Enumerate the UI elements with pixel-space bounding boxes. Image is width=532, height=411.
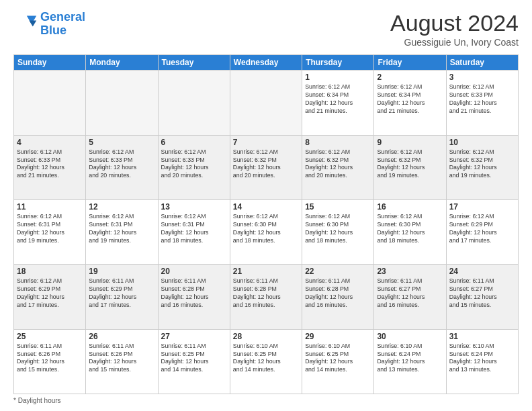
- day-number: 3: [449, 73, 515, 82]
- logo-line2: Blue: [40, 24, 66, 37]
- day-info: Sunrise: 6:12 AM Sunset: 6:32 PM Dayligh…: [377, 148, 443, 181]
- logo-text: General Blue: [40, 11, 85, 38]
- calendar-cell: 31Sunrise: 6:10 AM Sunset: 6:24 PM Dayli…: [446, 329, 518, 394]
- day-number: 24: [449, 267, 515, 276]
- weekday-header: Monday: [86, 55, 158, 71]
- calendar-cell: 19Sunrise: 6:11 AM Sunset: 6:29 PM Dayli…: [86, 265, 158, 329]
- day-info: Sunrise: 6:11 AM Sunset: 6:27 PM Dayligh…: [377, 277, 443, 310]
- day-info: Sunrise: 6:10 AM Sunset: 6:24 PM Dayligh…: [449, 342, 515, 375]
- day-number: 17: [449, 202, 515, 212]
- day-number: 22: [305, 267, 371, 276]
- footer-note: * Daylight hours: [13, 397, 519, 404]
- calendar-week-row: 25Sunrise: 6:11 AM Sunset: 6:26 PM Dayli…: [14, 329, 519, 394]
- day-info: Sunrise: 6:12 AM Sunset: 6:30 PM Dayligh…: [377, 213, 443, 245]
- day-number: 30: [377, 332, 443, 341]
- day-number: 10: [449, 138, 515, 147]
- day-info: Sunrise: 6:11 AM Sunset: 6:28 PM Dayligh…: [161, 277, 227, 310]
- calendar-cell: 28Sunrise: 6:10 AM Sunset: 6:25 PM Dayli…: [230, 329, 302, 394]
- calendar-cell: 12Sunrise: 6:12 AM Sunset: 6:31 PM Dayli…: [86, 200, 158, 265]
- calendar-cell: 5Sunrise: 6:12 AM Sunset: 6:33 PM Daylig…: [86, 135, 158, 199]
- calendar-cell: 14Sunrise: 6:12 AM Sunset: 6:30 PM Dayli…: [230, 200, 302, 265]
- day-info: Sunrise: 6:12 AM Sunset: 6:32 PM Dayligh…: [449, 148, 515, 181]
- day-number: 13: [161, 202, 227, 212]
- weekday-header: Tuesday: [158, 55, 230, 71]
- title-block: August 2024 Guessiguie Un, Ivory Coast: [390, 11, 519, 48]
- logo: General Blue: [13, 11, 85, 38]
- calendar-cell: 23Sunrise: 6:11 AM Sunset: 6:27 PM Dayli…: [374, 265, 446, 329]
- svg-marker-1: [29, 20, 36, 26]
- day-info: Sunrise: 6:12 AM Sunset: 6:32 PM Dayligh…: [305, 148, 371, 181]
- calendar-cell: 24Sunrise: 6:11 AM Sunset: 6:27 PM Dayli…: [446, 265, 518, 329]
- day-number: 2: [377, 73, 443, 82]
- weekday-header: Saturday: [446, 55, 518, 71]
- month-title: August 2024: [390, 11, 519, 36]
- day-info: Sunrise: 6:11 AM Sunset: 6:27 PM Dayligh…: [449, 277, 515, 310]
- day-info: Sunrise: 6:11 AM Sunset: 6:28 PM Dayligh…: [305, 277, 371, 310]
- calendar-cell: 27Sunrise: 6:11 AM Sunset: 6:25 PM Dayli…: [158, 329, 230, 394]
- day-number: 26: [89, 332, 154, 341]
- weekday-header: Friday: [374, 55, 446, 71]
- weekday-header: Wednesday: [230, 55, 302, 71]
- calendar-cell: 7Sunrise: 6:12 AM Sunset: 6:32 PM Daylig…: [230, 135, 302, 199]
- day-number: 11: [17, 202, 83, 212]
- weekday-header: Sunday: [14, 55, 86, 71]
- day-number: 9: [377, 138, 443, 147]
- calendar-cell: 11Sunrise: 6:12 AM Sunset: 6:31 PM Dayli…: [14, 200, 86, 265]
- calendar-cell: 25Sunrise: 6:11 AM Sunset: 6:26 PM Dayli…: [14, 329, 86, 394]
- page: General Blue August 2024 Guessiguie Un, …: [0, 0, 532, 411]
- day-number: 23: [377, 267, 443, 276]
- day-info: Sunrise: 6:11 AM Sunset: 6:25 PM Dayligh…: [161, 342, 227, 375]
- day-number: 15: [305, 202, 371, 212]
- day-number: 5: [89, 138, 154, 147]
- logo-line1: General: [40, 10, 85, 24]
- calendar-cell: 18Sunrise: 6:12 AM Sunset: 6:29 PM Dayli…: [14, 265, 86, 329]
- calendar-cell: 13Sunrise: 6:12 AM Sunset: 6:31 PM Dayli…: [158, 200, 230, 265]
- day-number: 28: [233, 332, 299, 341]
- day-number: 29: [305, 332, 371, 341]
- day-number: 18: [17, 267, 83, 276]
- calendar-cell: 8Sunrise: 6:12 AM Sunset: 6:32 PM Daylig…: [302, 135, 374, 199]
- day-info: Sunrise: 6:12 AM Sunset: 6:33 PM Dayligh…: [17, 148, 83, 181]
- calendar-week-row: 4Sunrise: 6:12 AM Sunset: 6:33 PM Daylig…: [14, 135, 519, 199]
- day-number: 27: [161, 332, 227, 341]
- day-number: 16: [377, 202, 443, 212]
- day-info: Sunrise: 6:11 AM Sunset: 6:29 PM Dayligh…: [89, 277, 154, 310]
- logo-icon: [13, 12, 38, 36]
- calendar-cell: 2Sunrise: 6:12 AM Sunset: 6:34 PM Daylig…: [374, 71, 446, 135]
- day-info: Sunrise: 6:12 AM Sunset: 6:31 PM Dayligh…: [17, 213, 83, 245]
- day-info: Sunrise: 6:10 AM Sunset: 6:24 PM Dayligh…: [377, 342, 443, 375]
- calendar-cell: 10Sunrise: 6:12 AM Sunset: 6:32 PM Dayli…: [446, 135, 518, 199]
- calendar-cell: [14, 71, 86, 135]
- calendar-cell: 21Sunrise: 6:11 AM Sunset: 6:28 PM Dayli…: [230, 265, 302, 329]
- calendar: SundayMondayTuesdayWednesdayThursdayFrid…: [13, 54, 519, 394]
- day-number: 19: [89, 267, 154, 276]
- calendar-cell: 15Sunrise: 6:12 AM Sunset: 6:30 PM Dayli…: [302, 200, 374, 265]
- day-number: 20: [161, 267, 227, 276]
- day-number: 6: [161, 138, 227, 147]
- calendar-week-row: 18Sunrise: 6:12 AM Sunset: 6:29 PM Dayli…: [14, 265, 519, 329]
- calendar-cell: 17Sunrise: 6:12 AM Sunset: 6:29 PM Dayli…: [446, 200, 518, 265]
- calendar-cell: 30Sunrise: 6:10 AM Sunset: 6:24 PM Dayli…: [374, 329, 446, 394]
- day-info: Sunrise: 6:12 AM Sunset: 6:33 PM Dayligh…: [161, 148, 227, 181]
- weekday-header: Thursday: [302, 55, 374, 71]
- day-info: Sunrise: 6:12 AM Sunset: 6:33 PM Dayligh…: [449, 83, 515, 116]
- day-number: 12: [89, 202, 154, 212]
- day-info: Sunrise: 6:12 AM Sunset: 6:34 PM Dayligh…: [305, 83, 371, 116]
- calendar-cell: 29Sunrise: 6:10 AM Sunset: 6:25 PM Dayli…: [302, 329, 374, 394]
- calendar-cell: 3Sunrise: 6:12 AM Sunset: 6:33 PM Daylig…: [446, 71, 518, 135]
- day-info: Sunrise: 6:11 AM Sunset: 6:26 PM Dayligh…: [17, 342, 83, 375]
- calendar-cell: 20Sunrise: 6:11 AM Sunset: 6:28 PM Dayli…: [158, 265, 230, 329]
- day-number: 8: [305, 138, 371, 147]
- day-number: 21: [233, 267, 299, 276]
- calendar-week-row: 1Sunrise: 6:12 AM Sunset: 6:34 PM Daylig…: [14, 71, 519, 135]
- calendar-cell: [86, 71, 158, 135]
- day-number: 4: [17, 138, 83, 147]
- calendar-cell: 26Sunrise: 6:11 AM Sunset: 6:26 PM Dayli…: [86, 329, 158, 394]
- daylight-note: Daylight hours: [18, 397, 61, 404]
- day-info: Sunrise: 6:10 AM Sunset: 6:25 PM Dayligh…: [305, 342, 371, 375]
- day-info: Sunrise: 6:12 AM Sunset: 6:34 PM Dayligh…: [377, 83, 443, 116]
- day-info: Sunrise: 6:12 AM Sunset: 6:30 PM Dayligh…: [305, 213, 371, 245]
- calendar-week-row: 11Sunrise: 6:12 AM Sunset: 6:31 PM Dayli…: [14, 200, 519, 265]
- calendar-cell: 4Sunrise: 6:12 AM Sunset: 6:33 PM Daylig…: [14, 135, 86, 199]
- calendar-cell: 9Sunrise: 6:12 AM Sunset: 6:32 PM Daylig…: [374, 135, 446, 199]
